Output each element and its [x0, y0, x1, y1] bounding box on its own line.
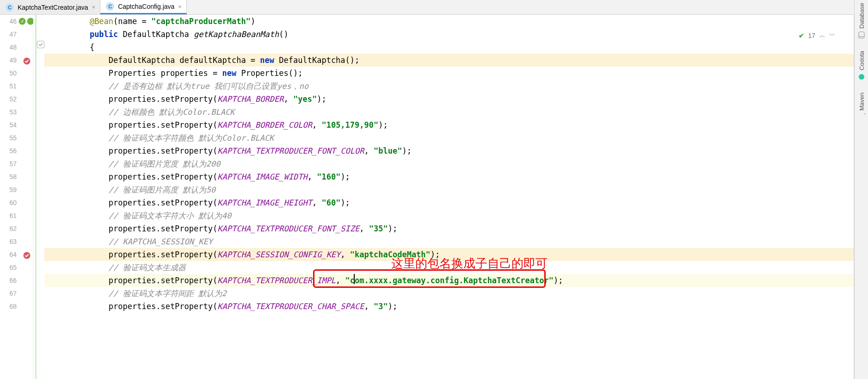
- line-number[interactable]: 48: [0, 41, 17, 54]
- code-line[interactable]: properties.setProperty(KAPTCHA_TEXTPRODU…: [44, 274, 854, 287]
- code-area[interactable]: @Bean(name = "captchaProducerMath") publ…: [44, 15, 854, 379]
- code-line[interactable]: properties.setProperty(KAPTCHA_IMAGE_HEI…: [44, 196, 854, 209]
- chevron-up-icon[interactable]: ︿: [819, 31, 825, 40]
- code-line[interactable]: properties.setProperty(KAPTCHA_TEXTPRODU…: [44, 222, 854, 235]
- line-number[interactable]: 55: [0, 131, 17, 144]
- code-line[interactable]: properties.setProperty(KAPTCHA_SESSION_C…: [44, 248, 854, 261]
- line-number[interactable]: 54: [0, 118, 17, 131]
- tab-label: CaptchaConfig.java: [118, 3, 174, 10]
- line-number[interactable]: 68: [0, 300, 17, 313]
- line-number[interactable]: 51: [0, 80, 17, 93]
- toolwindow-label: Codota: [858, 51, 865, 70]
- code-line[interactable]: properties.setProperty(KAPTCHA_IMAGE_WID…: [44, 170, 854, 183]
- right-tool-bar: Database Codota m Maven: [854, 0, 868, 379]
- close-icon[interactable]: ×: [178, 3, 182, 10]
- code-line[interactable]: DefaultKaptcha defaultKaptcha = new Defa…: [44, 54, 854, 67]
- line-number[interactable]: 59: [0, 183, 17, 196]
- toolwindow-maven[interactable]: m Maven: [858, 93, 865, 121]
- code-line[interactable]: // 验证码图片宽度 默认为200: [44, 157, 854, 170]
- code-line[interactable]: // KAPTCHA_SESSION_KEY: [44, 235, 854, 248]
- chevron-down-icon[interactable]: ﹀: [829, 31, 836, 40]
- line-number[interactable]: 46: [0, 15, 17, 28]
- code-line[interactable]: @Bean(name = "captchaProducerMath"): [44, 15, 854, 28]
- svg-text:m: m: [862, 113, 865, 115]
- breakpoint-icon[interactable]: [22, 251, 31, 260]
- line-number[interactable]: 61: [0, 209, 17, 222]
- code-line[interactable]: // 是否有边框 默认为true 我们可以自己设置yes，no: [44, 80, 854, 93]
- code-line[interactable]: public DefaultKaptcha getKaptchaBeanMath…: [44, 28, 854, 41]
- svg-point-5: [859, 74, 864, 80]
- java-class-icon: C: [6, 3, 14, 12]
- maven-icon: m: [858, 113, 865, 121]
- code-line[interactable]: // 边框颜色 默认为Color.BLACK: [44, 106, 854, 118]
- line-number[interactable]: 58: [0, 170, 17, 183]
- java-class-icon: C: [106, 2, 114, 11]
- code-line[interactable]: properties.setProperty(KAPTCHA_TEXTPRODU…: [44, 300, 854, 313]
- code-line[interactable]: // 验证码文本字符颜色 默认为Color.BLACK: [44, 131, 854, 144]
- code-line[interactable]: Properties properties = new Properties()…: [44, 67, 854, 80]
- line-number[interactable]: 53: [0, 106, 17, 118]
- database-icon: [858, 31, 865, 39]
- codota-icon: [858, 73, 865, 81]
- code-line[interactable]: // 验证码文本字符间距 默认为2: [44, 287, 854, 300]
- line-number[interactable]: 65: [0, 261, 17, 274]
- line-number[interactable]: 66: [0, 274, 17, 287]
- ide-root: C KaptchaTextCreator.java × C CaptchaCon…: [0, 0, 868, 379]
- close-icon[interactable]: ×: [92, 4, 96, 11]
- toolwindow-label: Maven: [858, 93, 865, 111]
- line-number[interactable]: 56: [0, 144, 17, 157]
- text-caret: [354, 274, 355, 284]
- line-number[interactable]: 60: [0, 196, 17, 209]
- spring-bean-icon[interactable]: [18, 17, 27, 26]
- editor-tabs: C KaptchaTextCreator.java × C CaptchaCon…: [0, 0, 854, 15]
- code-line[interactable]: // 验证码文本字符大小 默认为40: [44, 209, 854, 222]
- code-line[interactable]: properties.setProperty(KAPTCHA_TEXTPRODU…: [44, 144, 854, 157]
- tab-captchaconfig[interactable]: C CaptchaConfig.java ×: [100, 0, 187, 14]
- change-marker-stripe: [33, 15, 41, 379]
- code-line[interactable]: {: [44, 41, 854, 54]
- line-number[interactable]: 52: [0, 93, 17, 106]
- code-line[interactable]: // 验证码文本生成器: [44, 261, 854, 274]
- intention-bulb-icon[interactable]: [36, 40, 45, 49]
- check-icon: ✔: [799, 32, 804, 39]
- code-line[interactable]: properties.setProperty(KAPTCHA_BORDER, "…: [44, 93, 854, 106]
- line-number[interactable]: 49: [0, 54, 17, 67]
- line-number[interactable]: 47: [0, 28, 17, 41]
- svg-point-4: [859, 37, 864, 38]
- toolwindow-label: Database: [858, 3, 865, 29]
- line-number[interactable]: 67: [0, 287, 17, 300]
- breakpoint-icon[interactable]: [22, 56, 31, 66]
- code-line[interactable]: // 验证码图片高度 默认为50: [44, 183, 854, 196]
- toolwindow-database[interactable]: Database: [858, 3, 865, 39]
- inspection-count: 17: [808, 32, 815, 39]
- svg-rect-7: [37, 41, 44, 48]
- toolwindow-codota[interactable]: Codota: [858, 51, 865, 81]
- code-line[interactable]: properties.setProperty(KAPTCHA_BORDER_CO…: [44, 118, 854, 131]
- gutter[interactable]: 4647484950515253545556575859606162636465…: [0, 15, 33, 379]
- tab-kaptchatextcreator[interactable]: C KaptchaTextCreator.java ×: [0, 0, 100, 14]
- line-number[interactable]: 62: [0, 222, 17, 235]
- line-number[interactable]: 63: [0, 235, 17, 248]
- line-number[interactable]: 50: [0, 67, 17, 80]
- tab-label: KaptchaTextCreator.java: [18, 4, 88, 11]
- inspection-widget[interactable]: ✔ 17 ︿ ﹀: [799, 31, 836, 40]
- line-number[interactable]: 57: [0, 157, 17, 170]
- editor[interactable]: @Bean(name = "captchaProducerMath") publ…: [33, 15, 854, 379]
- line-number[interactable]: 64: [0, 248, 17, 261]
